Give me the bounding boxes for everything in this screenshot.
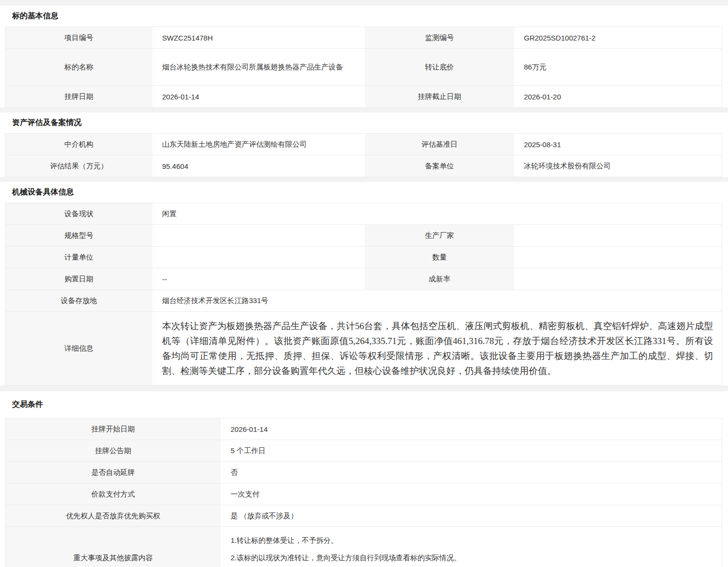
table-row: 项目编号 SWZC251478H 监测编号 GR2025SD1002761-2 [5,27,722,49]
appraisal-title: 资产评估及备案情况 [5,112,722,133]
storage-location-value: 烟台经济技术开发区长江路331号 [152,290,722,311]
base-date-label: 评估基准日 [365,134,514,155]
listing-date-value: 2026-01-14 [152,86,365,107]
notice-period-label: 挂牌公告期 [5,440,221,461]
newness-rate-value [514,268,722,290]
floor-price-label: 转让底价 [365,49,514,85]
priority-right-label: 优先权人是否放弃优先购买权 [5,505,221,526]
table-row: 标的名称 烟台冰轮换热技术有限公司所属板翅换热器产品生产设备 转让底价 86万元 [5,49,722,86]
target-name-value: 烟台冰轮换热技术有限公司所属板翅换热器产品生产设备 [152,49,365,85]
table-row: 详细信息 本次转让资产为板翅换热器产品生产设备，共计56台套，具体包括空压机、液… [5,312,722,386]
table-row: 挂牌开始日期 2026-01-14 [5,418,722,440]
disclosure-line: 2.该标的以现状为准转让，意向受让方须自行到现场查看标的实际情况。 [231,549,717,567]
target-name-label: 标的名称 [5,49,152,85]
agency-value: 山东天陆新土地房地产资产评估测绘有限公司 [152,134,365,155]
appraisal-result-value: 95.4604 [152,155,365,177]
manufacturer-label: 生产厂家 [365,225,514,246]
table-row: 优先权人是否放弃优先购买权 是 （放弃或不涉及） [5,505,722,527]
table-row: 购置日期 -- 成新率 [5,268,722,290]
agency-label: 中介机构 [5,134,152,155]
appraisal-table: 中介机构 山东天陆新土地房地产资产评估测绘有限公司 评估基准日 2025-08-… [5,133,722,177]
machine-info-title: 机械设备具体信息 [5,182,722,203]
disclosure-line: 1.转让标的整体受让，不予拆分。 [231,532,717,549]
trade-conditions-table: 挂牌开始日期 2026-01-14 挂牌公告期 5 个工作日 是否自动延牌 否 … [5,418,722,567]
unit-value [152,247,365,268]
table-row: 设备现状 闲置 [5,203,722,225]
table-row: 规格型号 生产厂家 [5,225,722,247]
purchase-date-value: -- [152,268,365,290]
listing-date-label: 挂牌日期 [5,86,152,107]
base-date-value: 2025-08-31 [514,134,722,155]
unit-label: 计量单位 [5,247,152,268]
machine-info-table: 设备现状 闲置 规格型号 生产厂家 计量单位 数量 购置日期 -- 成新率 设备… [5,203,722,386]
payment-method-value: 一次支付 [221,484,722,505]
section-machine-info: 机械设备具体信息 设备现状 闲置 规格型号 生产厂家 计量单位 数量 购置日期 … [0,182,728,386]
section-appraisal: 资产评估及备案情况 中介机构 山东天陆新土地房地产资产评估测绘有限公司 评估基准… [0,112,728,177]
monitor-no-label: 监测编号 [365,27,514,48]
notice-period-value: 5 个工作日 [221,440,722,461]
detail-info-label: 详细信息 [5,312,152,385]
basic-info-title: 标的基本信息 [5,6,722,27]
purchase-date-label: 购置日期 [5,268,152,290]
table-row: 中介机构 山东天陆新土地房地产资产评估测绘有限公司 评估基准日 2025-08-… [5,134,722,155]
storage-location-label: 设备存放地 [5,290,152,311]
disclosure-label: 重大事项及其他披露内容 [5,527,221,567]
appraisal-result-label: 评估结果（万元） [5,155,152,177]
table-row: 评估结果（万元） 95.4604 备案单位 冰轮环境技术股份有限公司 [5,155,722,177]
project-no-value: SWZC251478H [152,27,365,48]
quantity-label: 数量 [365,247,514,268]
disclosure-value: 1.转让标的整体受让，不予拆分。 2.该标的以现状为准转让，意向受让方须自行到现… [221,527,722,567]
listing-end-label: 挂牌截止日期 [365,86,514,107]
filing-unit-value: 冰轮环境技术股份有限公司 [514,155,722,177]
table-row: 计量单位 数量 [5,247,722,268]
table-row: 挂牌公告期 5 个工作日 [5,440,722,462]
table-row: 价款支付方式 一次支付 [5,484,722,505]
model-value [152,225,365,246]
project-no-label: 项目编号 [5,27,152,48]
table-row: 重大事项及其他披露内容 1.转让标的整体受让，不予拆分。 2.该标的以现状为准转… [5,527,722,567]
section-basic-info: 标的基本信息 项目编号 SWZC251478H 监测编号 GR2025SD100… [0,6,728,108]
equipment-status-label: 设备现状 [5,203,152,224]
table-row: 挂牌日期 2026-01-14 挂牌截止日期 2026-01-20 [5,86,722,108]
auto-extend-label: 是否自动延牌 [5,462,221,483]
monitor-no-value: GR2025SD1002761-2 [514,27,722,48]
equipment-status-value: 闲置 [152,203,722,224]
auto-extend-value: 否 [221,462,722,483]
section-trade-conditions: 交易条件 挂牌开始日期 2026-01-14 挂牌公告期 5 个工作日 是否自动… [0,391,728,567]
start-date-value: 2026-01-14 [221,418,722,440]
section-separator [0,108,728,112]
newness-rate-label: 成新率 [365,268,514,290]
quantity-value [514,247,722,268]
floor-price-value: 86万元 [514,49,722,85]
section-separator [0,386,728,391]
page-top-separator [0,0,728,6]
start-date-label: 挂牌开始日期 [5,418,221,440]
table-row: 设备存放地 烟台经济技术开发区长江路331号 [5,290,722,312]
table-row: 是否自动延牌 否 [5,462,722,484]
filing-unit-label: 备案单位 [365,155,514,177]
payment-method-label: 价款支付方式 [5,484,221,505]
priority-right-value: 是 （放弃或不涉及） [221,505,722,526]
basic-info-table: 项目编号 SWZC251478H 监测编号 GR2025SD1002761-2 … [5,27,722,108]
model-label: 规格型号 [5,225,152,246]
manufacturer-value [514,225,722,246]
section-separator [0,177,728,182]
detail-info-value: 本次转让资产为板翅换热器产品生产设备，共计56台套，具体包括空压机、液压闸式剪板… [152,312,722,385]
trade-conditions-title: 交易条件 [5,391,722,418]
listing-end-value: 2026-01-20 [514,86,722,107]
